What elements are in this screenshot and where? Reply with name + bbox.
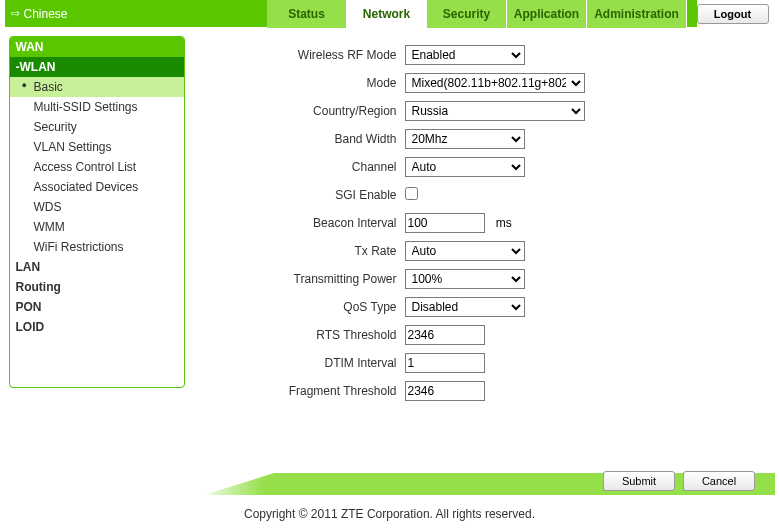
submit-button[interactable]: Submit — [603, 471, 675, 491]
select-txrate[interactable]: Auto — [405, 241, 525, 261]
label-channel: Channel — [185, 160, 405, 174]
sidebar-sub-wds[interactable]: WDS — [10, 197, 184, 217]
arrow-right-icon: ⇨ — [11, 7, 20, 20]
label-beacon: Beacon Interval — [185, 216, 405, 230]
select-rf-mode[interactable]: Enabled — [405, 45, 525, 65]
input-dtim[interactable] — [405, 353, 485, 373]
select-mode[interactable]: Mixed(802.11b+802.11g+802.11 — [405, 73, 585, 93]
select-bandwidth[interactable]: 20Mhz — [405, 129, 525, 149]
language-label: Chinese — [24, 7, 68, 21]
language-switch[interactable]: ⇨ Chinese — [5, 7, 68, 21]
sidebar-item-routing[interactable]: Routing — [10, 277, 184, 297]
logout-area: Logout — [697, 0, 775, 28]
sidebar-item-lan[interactable]: LAN — [10, 257, 184, 277]
sidebar-sub-basic[interactable]: Basic — [10, 77, 184, 97]
sidebar-sub-acl[interactable]: Access Control List — [10, 157, 184, 177]
label-frag: Fragment Threshold — [185, 384, 405, 398]
sidebar-sub-wmm[interactable]: WMM — [10, 217, 184, 237]
select-country[interactable]: Russia — [405, 101, 585, 121]
sidebar-sub-vlan[interactable]: VLAN Settings — [10, 137, 184, 157]
unit-ms: ms — [496, 216, 512, 230]
label-txrate: Tx Rate — [185, 244, 405, 258]
input-beacon[interactable] — [405, 213, 485, 233]
label-mode: Mode — [185, 76, 405, 90]
label-qos: QoS Type — [185, 300, 405, 314]
tab-security[interactable]: Security — [427, 0, 507, 28]
tab-network[interactable]: Network — [347, 0, 427, 28]
main-tabs: Status Network Security Application Admi… — [267, 0, 687, 28]
label-dtim: DTIM Interval — [185, 356, 405, 370]
label-txpower: Transmitting Power — [185, 272, 405, 286]
label-rts: RTS Threshold — [185, 328, 405, 342]
label-country: Country/Region — [185, 104, 405, 118]
sidebar-sub-multi-ssid[interactable]: Multi-SSID Settings — [10, 97, 184, 117]
tab-status[interactable]: Status — [267, 0, 347, 28]
sidebar-sub-wifi-restrictions[interactable]: WiFi Restrictions — [10, 237, 184, 257]
input-rts[interactable] — [405, 325, 485, 345]
select-qos[interactable]: Disabled — [405, 297, 525, 317]
footer-bar: Submit Cancel — [4, 467, 775, 495]
label-bandwidth: Band Width — [185, 132, 405, 146]
input-frag[interactable] — [405, 381, 485, 401]
select-channel[interactable]: Auto — [405, 157, 525, 177]
sidebar-item-pon[interactable]: PON — [10, 297, 184, 317]
main-panel: Wireless RF Mode Enabled Mode Mixed(802.… — [185, 28, 775, 408]
sidebar: WAN -WLAN Basic Multi-SSID Settings Secu… — [9, 36, 185, 388]
cancel-button[interactable]: Cancel — [683, 471, 755, 491]
sidebar-item-wan[interactable]: WAN — [10, 37, 184, 57]
sidebar-sub-security[interactable]: Security — [10, 117, 184, 137]
top-bar: ⇨ Chinese Status Network Security Applic… — [5, 0, 775, 28]
logout-button[interactable]: Logout — [697, 4, 769, 24]
copyright: Copyright © 2011 ZTE Corporation. All ri… — [0, 507, 779, 521]
checkbox-sgi[interactable] — [405, 187, 418, 200]
sidebar-item-loid[interactable]: LOID — [10, 317, 184, 337]
sidebar-sub-associated[interactable]: Associated Devices — [10, 177, 184, 197]
select-txpower[interactable]: 100% — [405, 269, 525, 289]
sidebar-item-wlan[interactable]: -WLAN — [10, 57, 184, 77]
tab-administration[interactable]: Administration — [587, 0, 687, 28]
label-sgi: SGI Enable — [185, 188, 405, 202]
tab-application[interactable]: Application — [507, 0, 587, 28]
label-rf-mode: Wireless RF Mode — [185, 48, 405, 62]
